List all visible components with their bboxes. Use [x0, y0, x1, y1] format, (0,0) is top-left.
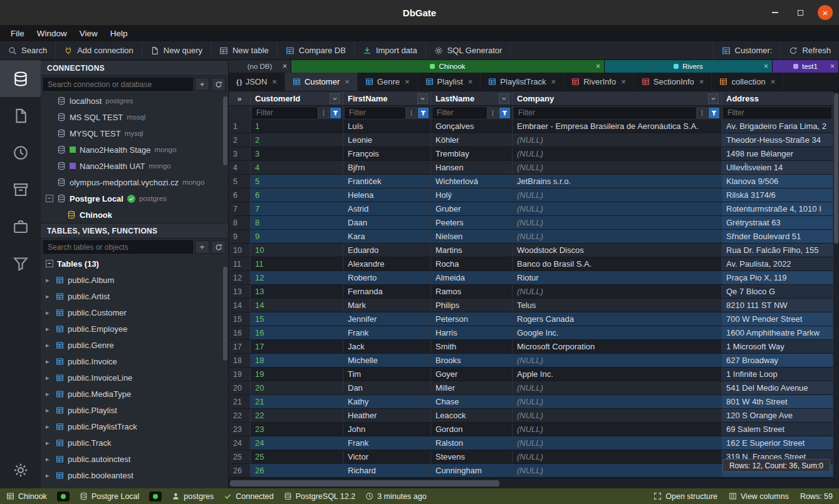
cell-company[interactable]: (NULL): [513, 216, 722, 229]
cell-address[interactable]: 162 E Superior Street: [722, 436, 833, 450]
filter-funnel-icon[interactable]: [709, 108, 719, 118]
cell-lastname[interactable]: Ramos: [431, 285, 513, 298]
add-table-small-button[interactable]: +: [195, 240, 209, 254]
cell-customerid[interactable]: 5: [251, 175, 343, 188]
table-row[interactable]: 1616FrankHarrisGoogle Inc.1600 Amphithea…: [229, 326, 839, 340]
toolbar-import-data-button[interactable]: Import data: [355, 41, 426, 59]
chevron-right-icon[interactable]: ▸: [46, 423, 52, 431]
cell-address[interactable]: 1 Infinite Loop: [722, 368, 833, 381]
cell-company[interactable]: (NULL): [513, 436, 722, 450]
toolbar-refresh-button[interactable]: Refresh: [780, 41, 839, 59]
cell-firstname[interactable]: Michelle: [343, 354, 431, 367]
cell-address[interactable]: Av. Brigadeiro Faria Lima, 2: [722, 120, 833, 133]
cell-customerid[interactable]: 20: [251, 381, 343, 394]
tab-playlisttrack[interactable]: PlaylistTrack×: [481, 73, 564, 91]
table-row[interactable]: 99KaraNielsen(NULL)Sřnder Boulevard 51: [229, 230, 839, 244]
cell-company[interactable]: (NULL): [513, 423, 722, 436]
column-dropdown-icon[interactable]: [330, 93, 340, 104]
rail-file-button[interactable]: [0, 97, 41, 134]
table-item[interactable]: ▸public.PlaylistTrack: [41, 418, 228, 435]
table-row[interactable]: 1717JackSmithMicrosoft Corporation1 Micr…: [229, 340, 839, 354]
cell-company[interactable]: Woodstock Discos: [513, 244, 722, 257]
chevron-right-icon[interactable]: ▸: [46, 292, 52, 301]
tab-riverinfo[interactable]: RiverInfo×: [564, 73, 634, 91]
cell-address[interactable]: Klanova 9/506: [722, 175, 833, 188]
cell-address[interactable]: 1 Microsoft Way: [722, 340, 833, 353]
menu-window[interactable]: Window: [31, 27, 73, 40]
cell-firstname[interactable]: Mark: [343, 299, 431, 312]
cell-customerid[interactable]: 6: [251, 188, 343, 202]
cell-address[interactable]: Theodor-Heuss-Straße 34: [722, 133, 833, 147]
filter-funnel-icon[interactable]: [418, 108, 429, 118]
cell-customerid[interactable]: 11: [251, 257, 343, 270]
toolbar-customer--button[interactable]: Customer:: [713, 41, 781, 59]
db-tab-chinook[interactable]: Chinook×: [291, 60, 605, 73]
toolbar-search-button[interactable]: Search: [0, 41, 56, 59]
cell-firstname[interactable]: Frank: [343, 436, 431, 450]
cell-address[interactable]: 700 W Pender Street: [722, 312, 833, 326]
cell-company[interactable]: Google Inc.: [513, 326, 722, 339]
rail-archive-button[interactable]: [0, 171, 41, 208]
cell-customerid[interactable]: 3: [251, 147, 343, 160]
cell-lastname[interactable]: Rocha: [431, 257, 513, 270]
filter-input-firstname[interactable]: [345, 108, 405, 118]
chevron-right-icon[interactable]: ▸: [46, 341, 52, 349]
filter-menu-icon[interactable]: [406, 108, 417, 118]
add-connection-small-button[interactable]: +: [195, 78, 209, 91]
close-icon[interactable]: ×: [764, 62, 768, 71]
connection-item[interactable]: localhostpostgres: [41, 93, 228, 109]
cell-firstname[interactable]: Fernanda: [343, 285, 431, 298]
table-row[interactable]: 55FrantičekWichterlováJetBrains s.r.o.Kl…: [229, 175, 839, 188]
filter-input-address[interactable]: [724, 108, 831, 118]
cell-customerid[interactable]: 16: [251, 326, 343, 339]
column-header-address[interactable]: Address: [722, 91, 833, 106]
status-view-columns[interactable]: View columns: [729, 492, 789, 501]
column-header-lastname[interactable]: LastName: [431, 91, 513, 106]
connection-item[interactable]: olympus-medportal.vychozi.czmongo: [41, 174, 228, 190]
table-item[interactable]: ▸public.Playlist: [41, 402, 228, 418]
cell-lastname[interactable]: Gordon: [431, 423, 513, 436]
table-row[interactable]: 88DaanPeeters(NULL)Grétrystraat 63: [229, 216, 839, 230]
cell-company[interactable]: (NULL): [513, 395, 722, 408]
cell-address[interactable]: Rua Dr. Falcão Filho, 155: [722, 244, 833, 257]
cell-address[interactable]: 1600 Amphitheatre Parkw: [722, 326, 833, 339]
table-row[interactable]: 1515JenniferPetersonRogers Canada700 W P…: [229, 312, 839, 326]
expand-all-button[interactable]: »: [229, 91, 251, 106]
connection-item[interactable]: Chinook: [41, 207, 228, 223]
toolbar-add-connection-button[interactable]: Add connection: [56, 41, 142, 59]
close-icon[interactable]: ×: [551, 77, 556, 86]
cell-lastname[interactable]: Köhler: [431, 133, 513, 147]
status-open-structure[interactable]: Open structure: [654, 492, 717, 501]
rail-filter-button[interactable]: [0, 245, 41, 282]
toolbar-new-query-button[interactable]: New query: [142, 41, 211, 59]
table-item[interactable]: ▸public.Genre: [41, 337, 228, 353]
cell-firstname[interactable]: Bjřrn: [343, 161, 431, 174]
table-row[interactable]: 77AstridGruber(NULL)Rotenturmstraße 4, 1…: [229, 202, 839, 216]
table-row[interactable]: 2121KathyChase(NULL)801 W 4th Street: [229, 395, 839, 409]
db-tab--no-db-[interactable]: (no DB)×: [229, 60, 291, 73]
refresh-connections-button[interactable]: [211, 78, 226, 91]
tab-sectioninfo[interactable]: SectionInfo×: [634, 73, 712, 91]
cell-firstname[interactable]: Frantiček: [343, 175, 431, 188]
cell-company[interactable]: (NULL): [513, 285, 722, 298]
connection-item[interactable]: Nano2Health Stagemongo: [41, 141, 228, 158]
cell-lastname[interactable]: Goyer: [431, 368, 513, 381]
cell-lastname[interactable]: Brooks: [431, 354, 513, 367]
table-item[interactable]: ▸public.MediaType: [41, 386, 228, 402]
cell-company[interactable]: (NULL): [513, 381, 722, 394]
chevron-right-icon[interactable]: ▸: [46, 276, 52, 284]
cell-customerid[interactable]: 17: [251, 340, 343, 353]
cell-firstname[interactable]: Frank: [343, 326, 431, 339]
cell-firstname[interactable]: François: [343, 147, 431, 160]
close-icon[interactable]: ×: [405, 77, 410, 86]
cell-customerid[interactable]: 2: [251, 133, 343, 147]
cell-firstname[interactable]: Alexandre: [343, 257, 431, 270]
table-row[interactable]: 1414MarkPhilipsTelus8210 111 ST NW: [229, 299, 839, 312]
column-dropdown-icon[interactable]: [499, 93, 509, 104]
column-header-customerid[interactable]: CustomerId: [251, 91, 343, 106]
cell-company[interactable]: (NULL): [513, 147, 722, 160]
cell-company[interactable]: (NULL): [513, 202, 722, 215]
connection-item[interactable]: MS SQL TESTmssql: [41, 109, 228, 125]
cell-customerid[interactable]: 10: [251, 244, 343, 257]
cell-company[interactable]: (NULL): [513, 450, 722, 463]
